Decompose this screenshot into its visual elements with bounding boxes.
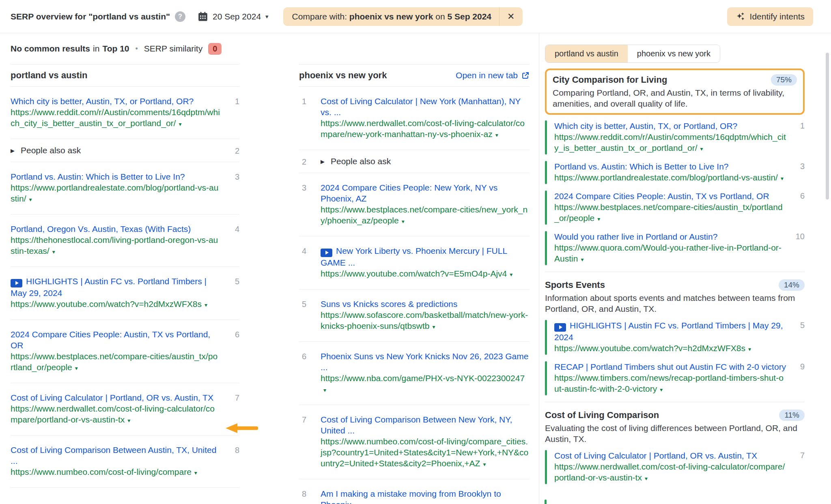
url-dropdown-caret[interactable]: ▾ — [194, 470, 197, 476]
result-body: Suns vs Knicks scores & predictions http… — [321, 298, 530, 332]
url-dropdown-caret[interactable]: ▾ — [75, 365, 78, 371]
url-dropdown-caret[interactable]: ▾ — [205, 302, 207, 308]
result-body: 2024 Compare Cities People: New York, NY… — [321, 182, 530, 227]
identify-intents-button[interactable]: Identify intents — [727, 7, 813, 26]
url-dropdown-caret[interactable]: ▾ — [495, 132, 498, 138]
result-title-link[interactable]: Suns vs Knicks scores & predictions — [321, 298, 530, 309]
result-title-link[interactable]: Am I making a mistake moving from Brookl… — [321, 488, 530, 504]
intent-result-item: Cost of Living Calculator | Portland, OR… — [545, 450, 805, 484]
top10-label: Top 10 — [102, 44, 129, 54]
intent-green-bar — [545, 231, 547, 265]
url-dropdown-caret[interactable]: ▾ — [660, 386, 663, 393]
result-url[interactable]: https://www.reddit.com/r/Austin/comments… — [554, 131, 787, 154]
url-dropdown-caret[interactable]: ▾ — [581, 256, 583, 263]
result-title-link[interactable]: Cost of Living Calculator | Portland, OR… — [554, 450, 787, 461]
url-dropdown-caret[interactable]: ▾ — [510, 271, 512, 278]
url-dropdown-caret[interactable]: ▾ — [483, 461, 486, 468]
result-title-link[interactable]: Which city is better, Austin, TX, or Por… — [554, 120, 787, 131]
url-dropdown-caret[interactable]: ▾ — [52, 249, 55, 255]
people-also-ask-toggle[interactable]: ▶ People also ask — [321, 156, 530, 167]
result-title-link[interactable]: HIGHLIGHTS | Austin FC vs. Portland Timb… — [554, 320, 787, 343]
result-title-link[interactable]: Cost of Living Calculator | New York (Ma… — [321, 96, 530, 118]
intent-result-item: Would you rather live in Portland or Aus… — [545, 231, 805, 265]
panel-scrollbar[interactable] — [826, 53, 829, 199]
result-url[interactable]: https://www.numbeo.com/cost-of-living/co… — [321, 436, 530, 470]
url-dropdown-caret[interactable]: ▾ — [179, 121, 181, 127]
result-title-link[interactable]: Portland, Oregon Vs. Austin, Texas (With… — [11, 223, 220, 234]
result-title-link[interactable]: Cost of Living Calculator | Portland, OR… — [11, 392, 220, 403]
date-picker[interactable]: 20 Sep 2024 ▾ — [198, 11, 269, 22]
result-title-link[interactable]: Portland vs. Austin: Which is Better to … — [554, 161, 787, 172]
url-dropdown-caret[interactable]: ▾ — [432, 324, 435, 330]
help-icon[interactable]: ? — [175, 11, 185, 22]
result-title-link[interactable]: New York Liberty vs. Phoenix Mercury | F… — [321, 245, 530, 268]
result-title-link[interactable]: Cost of Living Comparison Between Austin… — [11, 444, 220, 466]
url-dropdown-caret[interactable]: ▾ — [323, 387, 326, 393]
url-dropdown-caret[interactable]: ▾ — [402, 218, 405, 225]
serp-similarity-label: SERP similarity — [144, 44, 202, 54]
result-title-link[interactable]: RECAP | Portland Timbers shut out Austin… — [554, 361, 787, 372]
result-rank: 9 — [787, 361, 805, 395]
result-url[interactable]: https://www.nerdwallet.com/cost-of-livin… — [11, 403, 220, 426]
result-title-link[interactable]: Phoenix Suns vs New York Knicks Nov 26, … — [321, 351, 530, 373]
result-title-link[interactable]: 2024 Compare Cities People: Austin, TX v… — [11, 329, 220, 351]
result-url[interactable]: https://www.portlandrealestate.com/blog/… — [11, 182, 220, 205]
result-url[interactable]: https://www.bestplaces.net/compare-citie… — [554, 202, 787, 225]
result-url[interactable]: https://www.bestplaces.net/compare-citie… — [321, 204, 530, 227]
mid-column-header: phoenix vs new york Open in new tab — [299, 64, 530, 87]
result-url[interactable]: https://www.nerdwallet.com/cost-of-livin… — [554, 461, 787, 484]
url-dropdown-caret[interactable]: ▾ — [597, 216, 600, 222]
result-url[interactable]: https://www.timbers.com/news/recap-portl… — [554, 372, 787, 395]
intent-section: Cost of Living Comparison 11% Evaluating… — [545, 402, 805, 484]
intent-result-item: HIGHLIGHTS | Austin FC vs. Portland Timb… — [545, 320, 805, 355]
open-in-new-tab-link[interactable]: Open in new tab — [456, 71, 530, 80]
result-url[interactable]: https://www.portlandrealestate.com/blog/… — [554, 172, 787, 184]
intent-section-title: Sports Events — [545, 279, 774, 291]
compare-prefix: Compare with: — [292, 12, 347, 21]
result-title-link[interactable]: Cost of Living Comparison Between New Yo… — [321, 414, 530, 436]
url-dropdown-caret[interactable]: ▾ — [748, 346, 751, 352]
result-body: Cost of Living Calculator | New York (Ma… — [321, 96, 530, 141]
result-url[interactable]: https://www.bestplaces.net/compare-citie… — [11, 351, 220, 374]
result-url[interactable]: https://www.sofascore.com/basketball/mat… — [321, 309, 530, 332]
intent-green-bar — [545, 161, 547, 184]
intent-section-title: Cost of Living Comparison — [545, 410, 774, 421]
result-title-link[interactable]: 2024 Compare Cities People: New York, NY… — [321, 182, 530, 204]
url-dropdown-caret[interactable]: ▾ — [29, 196, 32, 203]
url-dropdown-caret[interactable]: ▾ — [700, 146, 703, 152]
result-url[interactable]: https://www.youtube.com/watch?v=E5mO4p-A… — [321, 268, 530, 280]
intent-result-item: RECAP | Portland Timbers shut out Austin… — [545, 361, 805, 395]
intent-green-bar — [545, 361, 547, 395]
result-title-link[interactable]: Which city is better, Austin, TX, or Por… — [11, 96, 220, 107]
people-also-ask-toggle[interactable]: ▶ People also ask — [11, 145, 220, 156]
summary-dot-separator: • — [136, 45, 138, 53]
compare-keyword: phoenix vs new york — [349, 12, 433, 21]
result-body: 2024 Compare Cities People: Austin, TX v… — [11, 329, 220, 374]
compare-connector: on — [435, 12, 445, 21]
result-body: HIGHLIGHTS | Austin FC vs. Portland Timb… — [11, 276, 220, 311]
result-url[interactable]: https://www.youtube.com/watch?v=h2dMxzWF… — [554, 343, 787, 355]
result-url[interactable]: https://www.reddit.com/r/Austin/comments… — [11, 107, 220, 130]
url-dropdown-caret[interactable]: ▾ — [127, 417, 130, 424]
result-url[interactable]: https://www.quora.com/Would-you-rather-l… — [554, 242, 787, 265]
people-also-ask-row: 2 ▶ People also ask — [299, 150, 530, 173]
mid-column-title: phoenix vs new york — [299, 70, 387, 81]
result-rank: 1 — [787, 120, 805, 154]
result-title-link[interactable]: Would you rather live in Portland or Aus… — [554, 231, 787, 242]
intent-section-description: Comparing Portland, OR, and Austin, TX, … — [553, 87, 797, 109]
result-title-link[interactable]: HIGHLIGHTS | Austin FC vs. Portland Timb… — [11, 276, 220, 298]
result-url[interactable]: https://thehonestlocal.com/living-portla… — [11, 234, 220, 257]
result-url[interactable]: https://www.numbeo.com/cost-of-living/co… — [11, 466, 220, 478]
url-dropdown-caret[interactable]: ▾ — [781, 175, 784, 182]
tab-phoenix-vs-new-york[interactable]: phoenix vs new york — [628, 45, 720, 62]
result-url[interactable]: https://www.nerdwallet.com/cost-of-livin… — [321, 118, 530, 141]
intent-section-card: City Comparison for Living 75% Comparing… — [545, 69, 805, 115]
result-url[interactable]: https://www.nba.com/game/PHX-vs-NYK-0022… — [321, 373, 530, 396]
close-icon[interactable]: ✕ — [499, 7, 522, 26]
tab-portland-vs-austin[interactable]: portland vs austin — [545, 45, 628, 62]
url-dropdown-caret[interactable]: ▾ — [645, 475, 648, 482]
result-url[interactable]: https://www.youtube.com/watch?v=h2dMxzWF… — [11, 298, 220, 311]
result-title-link[interactable]: Portland vs. Austin: Which is Better to … — [11, 171, 220, 182]
result-rank: 3 — [299, 182, 321, 227]
result-title-link[interactable]: 2024 Compare Cities People: Austin, TX v… — [554, 191, 787, 202]
